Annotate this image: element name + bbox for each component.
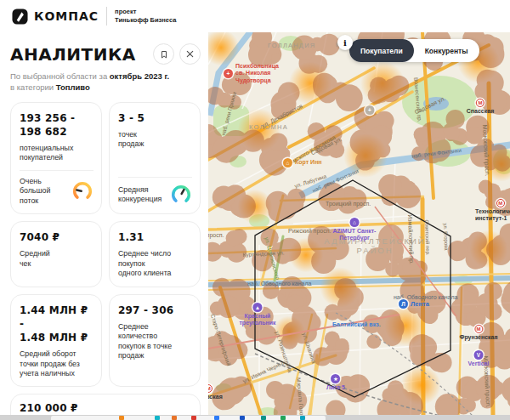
page-title: АНАЛИТИКА xyxy=(10,44,148,65)
map-label-32: ЛЛента xyxy=(399,299,429,309)
map-label-14: Московский просп. xyxy=(479,124,497,177)
toggle-competitors[interactable]: Конкуренты xyxy=(414,39,479,62)
stat-value: 297 - 306 xyxy=(118,304,192,317)
stat-card-6: 297 - 306Среднееколичествопокупок в точк… xyxy=(109,294,201,388)
logo-text: КОМПАС xyxy=(34,9,99,23)
map-label-text: Красный треугольник xyxy=(239,313,275,327)
stat-value: 1.31 xyxy=(118,230,192,244)
map-label-text: Психбольница св. Николая Чудотворца xyxy=(235,63,279,84)
map-label-19: МТехнологический институт-1 xyxy=(475,199,510,223)
taskbar-app-icon[interactable] xyxy=(172,416,177,420)
taskbar-app-icon[interactable] xyxy=(240,416,245,420)
map-label-text: Балтийский вкз. xyxy=(332,321,381,327)
map-label-39: МФрунзенская xyxy=(459,325,497,341)
map-label-text: Троицкий просп. xyxy=(326,201,371,207)
stat-card-1: 193 256 -198 682потенциальныхпокупателей… xyxy=(10,102,102,214)
stat-label: Средний оборотточки продаж безучета нали… xyxy=(20,349,94,378)
stat-card-3: 7040 ₽Среднийчек xyxy=(10,221,102,287)
toggle-buyers[interactable]: Покупатели xyxy=(349,39,414,62)
map-label-text: Спасская xyxy=(467,108,494,115)
map-label-text: Рижский просп. xyxy=(208,232,224,238)
taskbar-app-icon[interactable] xyxy=(261,416,266,420)
app-window: КОМПАС проект Тинькофф Бизнеса АНАЛИТИКА… xyxy=(0,0,510,420)
project-caption: проект Тинькофф Бизнеса xyxy=(115,8,176,25)
map-label-text: Вознесенский пр. xyxy=(413,77,423,122)
close-icon xyxy=(185,49,195,59)
kompas-logo-icon xyxy=(12,9,28,25)
map-label-40: VVertical xyxy=(468,350,490,367)
poi-icon: Л xyxy=(399,299,408,309)
poi-icon: + xyxy=(366,105,375,115)
card-divider xyxy=(118,177,192,178)
map-label-text: Технологический институт-1 xyxy=(475,208,510,223)
stat-card-5: 1.44 млн ₽ -1.48 млн ₽Средний оборотточк… xyxy=(10,294,102,388)
stat-value: 3 - 5 xyxy=(118,111,192,125)
map-label-text: Vertical xyxy=(468,360,490,367)
map-label-33: Балтийский вкз. xyxy=(332,315,381,330)
flow-gauge-icon xyxy=(71,180,94,202)
poi-icon: + xyxy=(224,69,233,78)
info-button[interactable]: i xyxy=(337,35,353,50)
map-label-38: ★Лига 5 xyxy=(326,374,345,391)
map-canvas[interactable]: ГОЛЛАНДИЯЮсуповский+Психбольница св. Ник… xyxy=(208,32,510,415)
metro-icon: М xyxy=(476,99,484,107)
app-header: КОМПАС проект Тинькофф Бизнеса xyxy=(0,0,510,32)
taskbar-app-icon[interactable] xyxy=(155,416,160,420)
stat-value: 193 256 -198 682 xyxy=(20,111,94,139)
stat-card-2: 3 - 5точекпродажСредняяконкуренция xyxy=(109,102,201,214)
map-label-1: ГОЛЛАНДИЯ xyxy=(268,36,315,51)
header-divider xyxy=(106,7,107,26)
poi-icon: ⌂ xyxy=(349,218,359,227)
card-footer: Средняяконкуренция xyxy=(118,184,192,206)
subtitle-prefix: По выбранной области за xyxy=(10,71,110,81)
subtitle-mid: в категории xyxy=(10,82,56,92)
taskbar-app-icon[interactable] xyxy=(119,416,124,420)
taskbar-app-icon[interactable] xyxy=(300,416,305,420)
map-label-text: AZIMUT Санкт- Петербург xyxy=(333,228,377,242)
project-line1: проект xyxy=(115,8,176,16)
layer-toggle: Покупатели Конкуренты xyxy=(349,39,479,62)
map-label-12: ⌂Корт Инн xyxy=(283,158,322,167)
map-label-22: Рижский просп. xyxy=(288,221,331,236)
stat-cards-grid: 193 256 -198 682потенциальныхпокупателей… xyxy=(10,102,201,420)
gauge-caption: Оченьбольшойпоток xyxy=(20,177,68,206)
taskbar-app-icon[interactable] xyxy=(191,416,196,420)
map-label-text: Рижский просп. xyxy=(288,228,331,234)
map-label-text: Корт Инн xyxy=(295,159,322,166)
taskbar[interactable] xyxy=(0,415,510,420)
map-label-41: МНарвская xyxy=(208,384,223,400)
poi-icon: ⌂ xyxy=(283,158,292,167)
card-footer: Оченьбольшойпоток xyxy=(20,177,94,206)
close-button[interactable] xyxy=(179,43,201,65)
map-label-26: наб. Обводного канала xyxy=(247,274,311,289)
map-label-text: Маршала Говорова xyxy=(296,377,306,415)
stat-card-4: 1.31Среднее числопокупокодного клиента xyxy=(109,221,201,287)
map-label-28: ▲Красный треугольник xyxy=(239,303,275,327)
subtitle-category: Топливо xyxy=(56,82,90,92)
taskbar-app-icon[interactable] xyxy=(280,416,286,420)
map-label-13: МСпасская xyxy=(467,99,494,115)
stat-value: 210 000 ₽ xyxy=(20,401,191,415)
map-label-21: ⌂AZIMUT Санкт- Петербург xyxy=(333,218,377,242)
map-label-text: наб. Обводного канала xyxy=(247,281,311,287)
bookmark-button[interactable] xyxy=(153,43,174,65)
subtitle-period: октябрь 2023 г. xyxy=(110,71,169,81)
map-label-6: КОЛОМНА xyxy=(249,117,288,133)
card-divider xyxy=(20,170,94,171)
stat-value: 7040 ₽ xyxy=(20,230,94,244)
poi-icon: ★ xyxy=(332,374,341,383)
map-label-30: Советский пер. xyxy=(422,219,438,256)
map-label-31: ул. Егорова xyxy=(440,223,456,251)
taskbar-app-icon[interactable] xyxy=(214,416,219,420)
stat-label: точекпродаж xyxy=(118,130,192,150)
map-label-3: +Психбольница св. Николая Чудотворца xyxy=(224,63,279,84)
stat-label: Среднийчек xyxy=(20,249,94,269)
map-poi-43: + xyxy=(366,105,375,115)
competition-gauge-icon xyxy=(170,184,192,206)
map-label-29: Измайловский пр. xyxy=(405,214,422,264)
gauge-caption: Средняяконкуренция xyxy=(118,185,167,205)
poi-icon: ▲ xyxy=(252,303,262,312)
stat-value: 1.44 млн ₽ -1.48 млн ₽ xyxy=(20,304,94,345)
metro-icon: М xyxy=(496,199,505,207)
map-label-text: Советский пер. xyxy=(424,219,430,255)
